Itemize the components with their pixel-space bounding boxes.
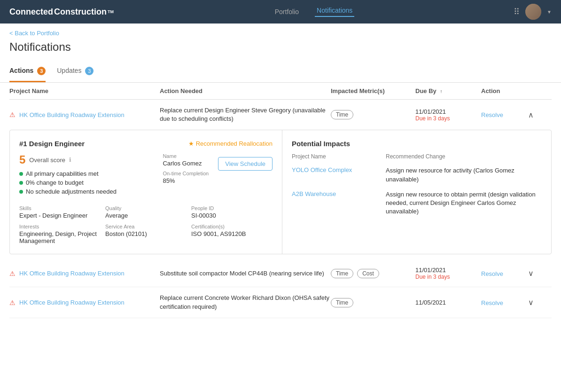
row3-due: 11/05/2021 xyxy=(415,299,481,306)
impact-row-2: A2B Warehouse Assign new resource to obt… xyxy=(292,190,542,216)
row3-project-link[interactable]: HK Office Building Roadway Extension xyxy=(19,299,125,306)
metrics-list: All primary capabilities met 0% change t… xyxy=(19,170,153,195)
attr-service-area: Service Area Boston (02101) xyxy=(105,224,187,244)
row2-due-warning: Due in 3 days xyxy=(415,274,481,280)
warning-icon-2: ⚠ xyxy=(9,270,16,277)
header-right: ⠿ ▼ xyxy=(514,4,552,20)
table-row: ⚠ HK Office Building Roadway Extension R… xyxy=(9,100,552,130)
star-icon: ★ xyxy=(188,140,194,147)
name-label: Name xyxy=(163,153,202,159)
impact-desc-2: Assign new resource to obtain permit (de… xyxy=(386,190,542,216)
tab-actions-label: Actions xyxy=(9,67,33,74)
header-action-col: Action xyxy=(481,87,528,94)
score-number: 5 xyxy=(19,153,25,166)
row3-action: Replace current Concrete Worker Richard … xyxy=(160,294,331,311)
name-value: Carlos Gomez xyxy=(163,160,202,167)
logo-bold: Connected xyxy=(9,7,53,17)
back-to-portfolio-link[interactable]: Back to Portfolio xyxy=(9,30,59,37)
row1-due: 11/01/2021 Due in 3 days xyxy=(415,108,481,122)
detail-header: #1 Design Engineer ★ Recommended Realloc… xyxy=(19,140,273,148)
row3-resolve-link[interactable]: Resolve xyxy=(481,299,503,306)
skills-value: Expert - Design Engineer xyxy=(19,212,101,219)
quality-value: Average xyxy=(105,212,187,219)
attr-skills: Skills Expert - Design Engineer xyxy=(19,205,101,219)
metric-item-1: All primary capabilities met xyxy=(19,170,153,177)
impacts-header: Project Name Recommended Change xyxy=(292,153,542,163)
apps-icon[interactable]: ⠿ xyxy=(514,7,520,17)
row2-project-link[interactable]: HK Office Building Roadway Extension xyxy=(19,270,125,277)
row3-project-cell: ⚠ HK Office Building Roadway Extension xyxy=(9,299,160,306)
row3-metrics: Time xyxy=(331,298,415,307)
tabs: Actions 3 Updates 3 xyxy=(9,61,552,82)
row2-resolve-link[interactable]: Resolve xyxy=(481,270,503,277)
dot-icon-2 xyxy=(19,181,23,185)
avatar-menu-chevron[interactable]: ▼ xyxy=(547,9,552,15)
detail-title: #1 Design Engineer xyxy=(19,140,85,148)
attr-interests: Interests Engineering, Design, Project M… xyxy=(19,224,101,244)
certifications-value: ISO 9001, AS9120B xyxy=(191,230,273,237)
app-logo: ConnectedConstructionTM xyxy=(9,7,114,17)
people-id-label: People ID xyxy=(191,205,273,211)
chevron-up-icon[interactable]: ∧ xyxy=(528,111,534,119)
row1-project-link[interactable]: HK Office Building Roadway Extension xyxy=(19,111,125,118)
tab-actions[interactable]: Actions 3 xyxy=(9,61,46,82)
score-label: Overall score xyxy=(29,157,65,164)
header-project: Project Name xyxy=(9,87,160,94)
avatar[interactable] xyxy=(525,4,541,20)
row1-resolve-link[interactable]: Resolve xyxy=(481,111,503,118)
impact-project-2[interactable]: A2B Warehouse xyxy=(292,190,386,197)
chevron-down-icon-2[interactable]: ∨ xyxy=(528,269,534,277)
impact-row-1: YOLO Office Complex Assign new resource … xyxy=(292,166,542,183)
attr-quality: Quality Average xyxy=(105,205,187,219)
recommended-badge: ★ Recommended Reallocation xyxy=(188,140,273,147)
skills-label: Skills xyxy=(19,205,101,211)
metric-badge-time-3: Time xyxy=(331,298,353,307)
info-icon[interactable]: ℹ xyxy=(69,157,71,163)
table-row: ⚠ HK Office Building Roadway Extension R… xyxy=(9,287,552,318)
header-expand xyxy=(528,87,552,94)
row1-metrics: Time xyxy=(331,110,415,119)
page-content: Back to Portfolio Notifications Actions … xyxy=(0,24,561,392)
detail-left-panel: #1 Design Engineer ★ Recommended Realloc… xyxy=(10,130,282,254)
sort-icon[interactable]: ↑ xyxy=(440,89,442,94)
main-nav: Portfolio Notifications xyxy=(273,7,355,17)
certifications-label: Certification(s) xyxy=(191,224,273,229)
detail-right-panel: Potential Impacts Project Name Recommend… xyxy=(282,130,551,254)
warning-icon: ⚠ xyxy=(9,111,16,118)
dot-icon xyxy=(19,172,23,176)
service-area-value: Boston (02101) xyxy=(105,230,187,237)
attr-certifications: Certification(s) ISO 9001, AS9120B xyxy=(191,224,273,244)
row2-project-cell: ⚠ HK Office Building Roadway Extension xyxy=(9,270,160,277)
chevron-down-icon-3[interactable]: ∨ xyxy=(528,298,534,306)
notifications-table: Project Name Action Needed Impacted Metr… xyxy=(0,83,561,328)
row1-due-warning: Due in 3 days xyxy=(415,115,481,122)
row2-due-date: 11/01/2021 xyxy=(415,267,481,274)
score-row: 5 Overall score ℹ xyxy=(19,153,153,166)
impact-project-1[interactable]: YOLO Office Complex xyxy=(292,166,386,173)
interests-label: Interests xyxy=(19,224,101,229)
interests-value: Engineering, Design, Project Management xyxy=(19,230,101,244)
table-row: ⚠ HK Office Building Roadway Extension S… xyxy=(9,260,552,287)
header-action: Action Needed xyxy=(160,87,331,94)
impact-desc-1: Assign new resource for activity (Carlos… xyxy=(386,166,542,183)
row2-expand-toggle[interactable]: ∨ xyxy=(528,269,552,278)
service-area-label: Service Area xyxy=(105,224,187,229)
metric-item-3: No schedule adjustments needed xyxy=(19,188,153,195)
tab-updates[interactable]: Updates 3 xyxy=(57,61,94,82)
row1-due-date: 11/01/2021 xyxy=(415,108,481,115)
row3-expand-toggle[interactable]: ∨ xyxy=(528,298,552,307)
metric-text-2: 0% change to budget xyxy=(26,179,84,186)
metric-item-2: 0% change to budget xyxy=(19,179,153,186)
logo-tm: TM xyxy=(108,9,114,14)
completion-value: 85% xyxy=(163,177,209,184)
metric-badge-time: Time xyxy=(331,110,353,119)
impacts-change-col: Recommended Change xyxy=(386,153,542,160)
nav-portfolio[interactable]: Portfolio xyxy=(273,8,301,16)
logo-light: Construction xyxy=(54,7,107,17)
view-schedule-button[interactable]: View Schedule xyxy=(218,157,273,171)
row1-resolve: Resolve xyxy=(481,111,528,118)
warning-icon-3: ⚠ xyxy=(9,299,16,306)
row1-expand-toggle[interactable]: ∧ xyxy=(528,110,552,119)
nav-notifications[interactable]: Notifications xyxy=(315,7,354,17)
metric-text-3: No schedule adjustments needed xyxy=(26,188,117,195)
